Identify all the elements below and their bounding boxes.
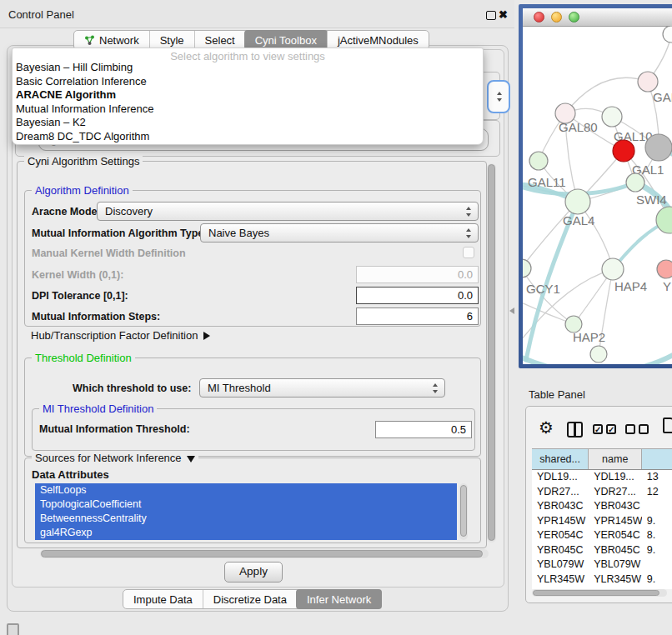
- network-node[interactable]: [645, 134, 672, 161]
- bottom-tab-discretize-data[interactable]: Discretize Data: [203, 590, 297, 608]
- minimize-traffic-light-icon[interactable]: [551, 12, 562, 22]
- table-cell[interactable]: [642, 499, 672, 514]
- settings-horizontal-scrollbar[interactable]: [40, 549, 489, 558]
- table-row[interactable]: YBR045CYBR045C9.: [532, 543, 672, 558]
- table-row[interactable]: YBR043CYBR043C: [532, 499, 672, 514]
- tab-jactivemnodules[interactable]: jActiveMNodules: [327, 31, 429, 49]
- bottom-tab-infer-network[interactable]: Infer Network: [296, 589, 382, 609]
- table-cell[interactable]: YBR045C: [532, 543, 589, 558]
- attribute-item-gal4rgexp[interactable]: gal4RGexp: [35, 526, 457, 540]
- table-cell[interactable]: YBL079W: [589, 558, 642, 572]
- unchecked-checkbox-icon[interactable]: [625, 424, 635, 434]
- table-cell[interactable]: 8.: [642, 528, 672, 543]
- table-cell[interactable]: YLR345W: [532, 572, 589, 588]
- table-cell[interactable]: 9.: [642, 572, 672, 588]
- zoom-traffic-light-icon[interactable]: [569, 12, 579, 22]
- float-window-icon[interactable]: [486, 11, 496, 20]
- panel-grip-icon[interactable]: [7, 623, 19, 635]
- network-window-titlebar: [523, 8, 672, 27]
- table-cell[interactable]: YBR043C: [589, 499, 642, 514]
- dpi-tolerance-field[interactable]: 0.0: [356, 287, 479, 304]
- bottom-tab-impute-data[interactable]: Impute Data: [123, 590, 203, 608]
- algorithm-item-dream8-dc-tdc-algorithm[interactable]: Dream8 DC_TDC Algorithm: [13, 130, 483, 144]
- table-cell[interactable]: YER054C: [589, 528, 642, 543]
- network-node-gal10[interactable]: [602, 107, 622, 127]
- checked-checkbox-icon[interactable]: ✓: [593, 424, 603, 434]
- table-row[interactable]: YLR345WYLR345W9.: [532, 572, 672, 588]
- columns-icon[interactable]: [567, 422, 583, 438]
- table-cell[interactable]: 9.: [642, 514, 672, 529]
- algorithm-item-mutual-information-inference[interactable]: Mutual Information Inference: [13, 102, 483, 117]
- table-cell[interactable]: YBR043C: [532, 499, 589, 514]
- table-cell[interactable]: [642, 558, 672, 572]
- unchecked-checkbox-icon[interactable]: [639, 424, 649, 434]
- column-header-name[interactable]: name: [589, 449, 642, 469]
- checked-checkbox-icon[interactable]: ✓: [606, 424, 616, 434]
- manual-kernel-checkbox[interactable]: [463, 247, 474, 258]
- splitter-collapse-icon[interactable]: [509, 308, 514, 314]
- table-cell[interactable]: YBR045C: [589, 543, 642, 558]
- tab-label: Impute Data: [133, 593, 193, 606]
- network-node-y[interactable]: [657, 260, 672, 278]
- mi-type-select[interactable]: Naive Bayes: [200, 223, 479, 242]
- network-node[interactable]: [663, 26, 672, 42]
- table-row[interactable]: YPR145WYPR145W9.: [532, 514, 672, 529]
- table-row[interactable]: YER054CYER054C8.: [532, 528, 672, 543]
- table-cell[interactable]: YLR345W: [589, 572, 642, 588]
- table-horizontal-scrollbar[interactable]: [532, 589, 667, 597]
- tab-label: Select: [205, 34, 235, 47]
- table-cell[interactable]: 13: [642, 470, 672, 485]
- network-node-gal11[interactable]: [529, 152, 548, 170]
- mi-steps-field[interactable]: 6: [356, 308, 479, 325]
- kernel-width-field[interactable]: 0.0: [356, 266, 479, 283]
- document-icon[interactable]: [663, 418, 672, 433]
- table-cell[interactable]: YDR27...: [532, 485, 589, 500]
- table-cell[interactable]: YDL19...: [589, 470, 642, 485]
- network-node-gcy1[interactable]: [523, 259, 531, 278]
- aracne-mode-select[interactable]: Discovery: [97, 202, 479, 221]
- attribute-item-betweennesscentrality[interactable]: BetweennessCentrality: [35, 512, 457, 526]
- table-cell[interactable]: YPR145W: [589, 514, 642, 529]
- table-cell[interactable]: YDR27...: [589, 485, 642, 500]
- network-node-hap4[interactable]: [602, 258, 624, 280]
- table-row[interactable]: YDL19...YDL19...13: [532, 470, 672, 485]
- table-cell[interactable]: YBL079W: [532, 558, 589, 572]
- algorithm-item-basic-correlation-inference[interactable]: Basic Correlation Inference: [13, 75, 483, 89]
- table-cell[interactable]: YER054C: [532, 528, 589, 543]
- mi-threshold-field[interactable]: 0.5: [375, 421, 472, 438]
- table-cell[interactable]: 12: [642, 485, 672, 500]
- table-cell[interactable]: YDL19...: [532, 470, 589, 485]
- attribute-item-selfloops[interactable]: SelfLoops: [35, 483, 457, 498]
- mi-type-value: Naive Bayes: [208, 227, 269, 239]
- network-node-swi4[interactable]: [626, 173, 644, 192]
- network-node[interactable]: [590, 346, 607, 362]
- table-cell[interactable]: YPR145W: [532, 514, 589, 529]
- network-graph[interactable]: GALGAL80GAL10GAL1GAL11SWI4GAL4GCY1HAP4YH…: [523, 26, 672, 364]
- algorithm-item-aracne-algorithm[interactable]: ARACNE Algorithm: [13, 88, 483, 102]
- gear-icon[interactable]: ⚙: [539, 419, 554, 436]
- tab-style[interactable]: Style: [149, 31, 194, 49]
- network-node[interactable]: [656, 207, 672, 233]
- network-node-gal4[interactable]: [565, 189, 590, 214]
- settings-vertical-scrollbar[interactable]: [487, 163, 496, 542]
- attribute-item-topologicalcoefficient[interactable]: TopologicalCoefficient: [35, 498, 457, 512]
- table-cell[interactable]: 9.: [642, 543, 672, 558]
- sources-toggle[interactable]: Sources for Network Inference: [32, 452, 198, 464]
- table-row[interactable]: YBL079WYBL079W: [532, 558, 672, 572]
- apply-button[interactable]: Apply: [224, 562, 283, 582]
- attributes-scrollbar[interactable]: [459, 483, 468, 540]
- which-threshold-select[interactable]: MI Threshold: [199, 378, 445, 398]
- tab-select[interactable]: Select: [194, 31, 245, 49]
- network-node-gal1[interactable]: [613, 140, 634, 162]
- algorithm-item-bayesian-k2[interactable]: Bayesian – K2: [13, 116, 483, 130]
- algorithm-item-bayesian-hill-climbing[interactable]: Bayesian – Hill Climbing: [13, 61, 483, 75]
- close-traffic-light-icon[interactable]: [534, 12, 544, 22]
- tab-network[interactable]: Network: [74, 31, 149, 49]
- close-icon[interactable]: ✖: [499, 8, 508, 21]
- network-canvas-area[interactable]: GALGAL80GAL10GAL1GAL11SWI4GAL4GCY1HAP4YH…: [523, 8, 672, 364]
- table-row[interactable]: YDR27...YDR27...12: [532, 485, 672, 500]
- network-node-gal[interactable]: [638, 72, 658, 92]
- hub-section-toggle[interactable]: Hub/Transcription Factor Definition: [31, 329, 210, 342]
- column-header-shared-name[interactable]: shared...: [532, 449, 589, 469]
- column-header-cut[interactable]: [642, 449, 672, 469]
